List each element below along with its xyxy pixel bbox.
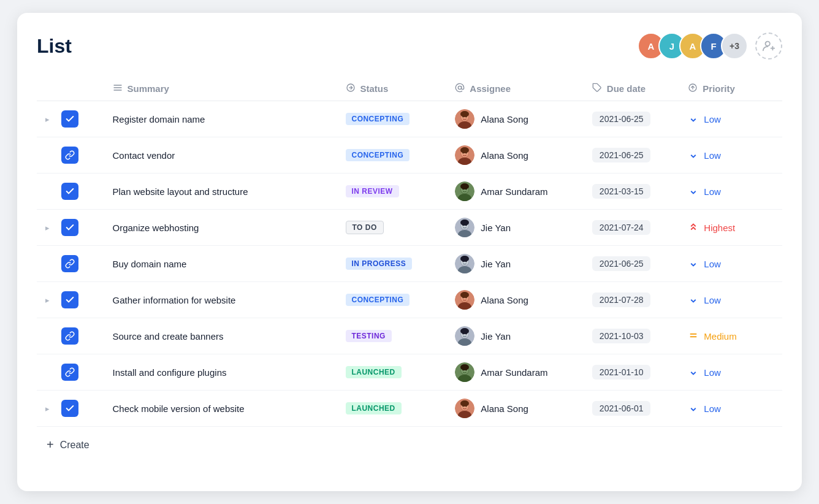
arrow-circle-icon bbox=[346, 83, 356, 94]
row-controls: ▸ bbox=[37, 391, 104, 427]
expand-arrow bbox=[45, 259, 56, 269]
create-label: Create bbox=[60, 440, 90, 451]
task-type-icon[interactable] bbox=[61, 327, 78, 345]
row-status[interactable]: IN PROGRESS bbox=[337, 246, 447, 282]
expand-arrow bbox=[45, 368, 56, 377]
arrow-down-icon bbox=[688, 149, 699, 162]
expand-arrow[interactable]: ▸ bbox=[45, 296, 56, 305]
assignee-avatar bbox=[455, 181, 474, 201]
row-duedate: 2021-01-10 bbox=[584, 354, 679, 391]
arrow-down-icon bbox=[688, 185, 699, 198]
row-assignee: Jie Yan bbox=[446, 246, 584, 282]
row-controls bbox=[37, 354, 104, 391]
due-date: 2021-07-24 bbox=[592, 220, 651, 235]
row-summary: Gather information for website bbox=[104, 282, 337, 318]
row-assignee: Alana Song bbox=[446, 137, 584, 174]
row-summary: Install and configure plugins bbox=[104, 354, 337, 391]
status-badge[interactable]: TO DO bbox=[346, 221, 384, 234]
avatar-more[interactable]: +3 bbox=[721, 32, 748, 59]
task-type-icon[interactable] bbox=[61, 291, 78, 308]
create-plus-icon: + bbox=[47, 438, 54, 452]
row-status[interactable]: TO DO bbox=[337, 210, 447, 246]
table-body: ▸ Register domain name CONCEPTING Alana … bbox=[37, 101, 782, 427]
expand-arrow[interactable]: ▸ bbox=[45, 223, 56, 232]
row-assignee: Jie Yan bbox=[446, 318, 584, 354]
row-duedate: 2021-06-25 bbox=[584, 137, 679, 174]
assignee-name: Alana Song bbox=[481, 403, 528, 414]
row-assignee: Alana Song bbox=[446, 101, 584, 137]
priority-label: Low bbox=[704, 259, 721, 269]
assignee-avatar bbox=[455, 145, 474, 165]
table-row: Plan website layout and structure IN REV… bbox=[37, 174, 782, 210]
row-duedate: 2021-07-28 bbox=[584, 282, 679, 318]
row-status[interactable]: TESTING bbox=[337, 318, 447, 354]
arrow-up-highest-icon bbox=[688, 221, 699, 234]
task-table: Summary Status bbox=[37, 77, 782, 427]
arrow-down-icon bbox=[688, 366, 699, 379]
main-card: List A J A F +3 bbox=[17, 13, 802, 491]
row-status[interactable]: IN REVIEW bbox=[337, 174, 447, 210]
table-row: ▸ Organize webhosting TO DO Jie Yan 2021… bbox=[37, 210, 782, 246]
row-summary: Plan website layout and structure bbox=[104, 174, 337, 210]
due-date: 2021-01-10 bbox=[592, 365, 651, 380]
status-badge[interactable]: CONCEPTING bbox=[346, 149, 410, 161]
add-member-button[interactable] bbox=[755, 32, 782, 59]
assignee-name: Alana Song bbox=[481, 150, 528, 161]
priority-label: Low bbox=[704, 186, 721, 197]
status-badge[interactable]: LAUNCHED bbox=[346, 402, 402, 414]
status-badge[interactable]: LAUNCHED bbox=[346, 366, 402, 378]
col-header-ctrl bbox=[37, 77, 104, 101]
arrow-down-icon bbox=[688, 294, 699, 307]
row-status[interactable]: CONCEPTING bbox=[337, 101, 447, 137]
col-header-summary: Summary bbox=[104, 77, 337, 101]
row-status[interactable]: LAUNCHED bbox=[337, 391, 447, 427]
task-type-icon[interactable] bbox=[61, 219, 78, 236]
row-status[interactable]: CONCEPTING bbox=[337, 137, 447, 174]
arrow-down-icon bbox=[688, 113, 699, 126]
assignee-name: Alana Song bbox=[481, 295, 528, 305]
priority-label: Low bbox=[704, 403, 721, 414]
row-summary: Buy domain name bbox=[104, 246, 337, 282]
table-row: ▸ Check mobile version of website LAUNCH… bbox=[37, 391, 782, 427]
expand-arrow[interactable]: ▸ bbox=[45, 404, 56, 413]
row-controls: ▸ bbox=[37, 282, 104, 318]
status-badge[interactable]: CONCEPTING bbox=[346, 294, 410, 306]
row-summary: Source and create banners bbox=[104, 318, 337, 354]
task-type-icon[interactable] bbox=[61, 110, 78, 128]
task-type-icon[interactable] bbox=[61, 400, 78, 417]
row-summary: Contact vendor bbox=[104, 137, 337, 174]
table-row: Contact vendor CONCEPTING Alana Song 202… bbox=[37, 137, 782, 174]
task-type-icon[interactable] bbox=[61, 255, 78, 272]
due-date: 2021-06-25 bbox=[592, 112, 651, 126]
status-badge[interactable]: CONCEPTING bbox=[346, 113, 410, 125]
priority-label: Low bbox=[704, 295, 721, 305]
table-row: Source and create banners TESTING Jie Ya… bbox=[37, 318, 782, 354]
task-type-icon[interactable] bbox=[61, 183, 78, 200]
row-duedate: 2021-07-24 bbox=[584, 210, 679, 246]
assignee-avatar bbox=[455, 218, 474, 237]
table-row: Install and configure plugins LAUNCHED A… bbox=[37, 354, 782, 391]
status-badge[interactable]: TESTING bbox=[346, 330, 392, 342]
avatar-group: A J A F +3 bbox=[638, 32, 748, 59]
assignee-name: Jie Yan bbox=[481, 331, 511, 342]
expand-arrow[interactable]: ▸ bbox=[45, 115, 56, 124]
create-row[interactable]: + Create bbox=[37, 427, 782, 452]
row-assignee: Alana Song bbox=[446, 391, 584, 427]
arrow-down-icon bbox=[688, 402, 699, 415]
assignee-name: Amar Sundaram bbox=[481, 186, 547, 197]
priority-label: Low bbox=[704, 367, 721, 378]
svg-point-46 bbox=[460, 256, 469, 262]
header-right: A J A F +3 bbox=[638, 32, 782, 59]
row-status[interactable]: CONCEPTING bbox=[337, 282, 447, 318]
svg-point-39 bbox=[460, 220, 469, 226]
row-assignee: Jie Yan bbox=[446, 210, 584, 246]
status-badge[interactable]: IN PROGRESS bbox=[346, 258, 413, 270]
due-date: 2021-06-25 bbox=[592, 256, 651, 271]
row-duedate: 2021-06-25 bbox=[584, 101, 679, 137]
status-badge[interactable]: IN REVIEW bbox=[346, 185, 399, 197]
row-status[interactable]: LAUNCHED bbox=[337, 354, 447, 391]
task-type-icon[interactable] bbox=[61, 364, 78, 381]
svg-point-18 bbox=[460, 111, 469, 117]
due-date: 2021-06-25 bbox=[592, 148, 651, 162]
task-type-icon[interactable] bbox=[61, 147, 78, 164]
